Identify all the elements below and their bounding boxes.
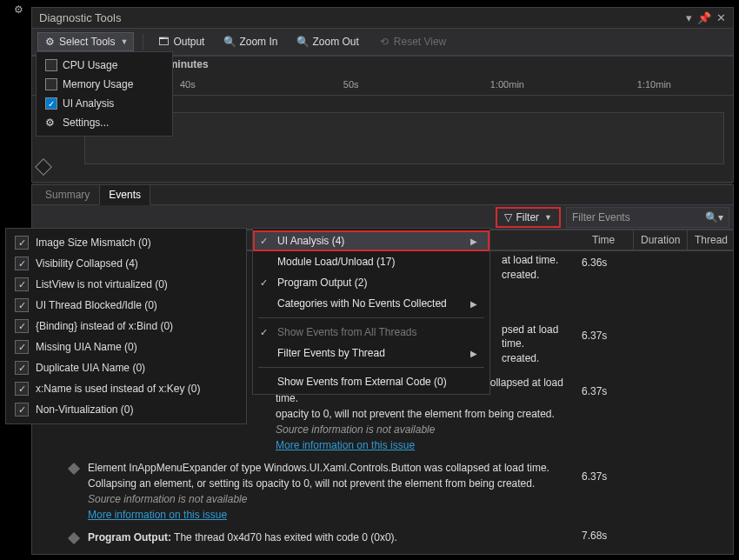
reset-view-button[interactable]: ⟲ Reset View <box>373 33 451 50</box>
diagnostic-tools-panel: Diagnostic Tools ▾ 📌 ✕ ⚙ Select Tools ▼ … <box>31 7 734 183</box>
filter-item-label: Show Events from All Threads <box>277 326 417 338</box>
dd-memory-usage[interactable]: Memory Usage <box>37 75 172 94</box>
more-info-link[interactable]: More information on this issue <box>88 509 227 521</box>
filter-events-input[interactable]: Filter Events 🔍▾ <box>566 207 729 228</box>
event-time: 6.37s <box>582 371 630 397</box>
filter-program-output[interactable]: ✓ Program Output (2) <box>253 272 489 293</box>
timeline-tick: 1:00min <box>490 79 524 90</box>
event-text: Program Output: The thread 0x6eb8 has ex… <box>88 549 582 555</box>
event-text: created. <box>502 352 539 364</box>
source-info: Source information is not available <box>88 493 247 505</box>
dd-ui-analysis[interactable]: ✓ UI Analysis <box>37 94 172 113</box>
submenu-label: Image Size Mismatch (0) <box>36 237 151 249</box>
diamond-icon <box>67 554 81 555</box>
dd-settings[interactable]: ⚙ Settings... <box>37 113 172 132</box>
tab-events[interactable]: Events <box>99 184 150 205</box>
check-icon: ✓ <box>260 327 268 338</box>
zoom-in-label: Zoom In <box>239 36 277 48</box>
checkbox-checked[interactable]: ✓ <box>15 403 29 417</box>
source-info: Source information is not available <box>276 423 435 436</box>
checkbox-checked[interactable]: ✓ <box>15 257 29 270</box>
event-row[interactable]: Program Output: The thread 0x4d70 has ex… <box>32 526 733 549</box>
timeline-tick: 1:10min <box>637 79 671 90</box>
submenu-missing-uia-name[interactable]: ✓Missing UIA Name (0) <box>6 337 246 357</box>
submenu-label: Duplicate UIA Name (0) <box>36 362 145 374</box>
submenu-label: {Binding} instead of x:Bind (0) <box>36 320 173 332</box>
checkbox-checked[interactable]: ✓ <box>15 382 29 396</box>
output-icon: 🗔 <box>157 36 170 48</box>
submenu-binding-instead-xbind[interactable]: ✓{Binding} instead of x:Bind (0) <box>6 316 246 337</box>
search-icon[interactable]: 🔍▾ <box>705 211 723 223</box>
window-menu-icon[interactable]: ▾ <box>686 11 692 24</box>
event-row[interactable]: Element InAppMenuExpander of type Window… <box>32 457 733 526</box>
filter-label: Filter <box>516 211 539 223</box>
checkbox[interactable] <box>45 59 57 71</box>
submenu-label: Non-Virtualization (0) <box>36 403 134 416</box>
event-text: Program Output: The thread 0x4d70 has ex… <box>88 526 582 549</box>
submenu-xname-instead-xkey[interactable]: ✓x:Name is used instead of x:Key (0) <box>6 378 246 399</box>
submenu-duplicate-uia-name[interactable]: ✓Duplicate UIA Name (0) <box>6 357 246 378</box>
filter-item-label: Module Load/Unload (17) <box>277 256 395 268</box>
checkbox-checked[interactable]: ✓ <box>15 236 29 250</box>
zoom-out-icon: 🔍 <box>296 36 309 48</box>
submenu-label: x:Name is used instead of x:Key (0) <box>36 383 200 395</box>
ui-analysis-submenu: ✓Image Size Mismatch (0) ✓Visibility Col… <box>5 228 247 424</box>
chevron-right-icon: ▶ <box>470 299 477 309</box>
output-label: Output <box>173 36 204 48</box>
panel-window-buttons: ▾ 📌 ✕ <box>686 11 726 24</box>
gear-icon[interactable]: ⚙ <box>14 3 23 16</box>
filter-dropdown-menu: ✓ UI Analysis (4) ▶ Module Load/Unload (… <box>252 228 490 395</box>
event-text: Element InAppMenuExpander of type Window… <box>88 457 582 526</box>
output-button[interactable]: 🗔 Output <box>152 33 210 50</box>
filter-module-load[interactable]: Module Load/Unload (17) <box>253 251 489 272</box>
filter-all-threads: ✓ Show Events from All Threads <box>253 322 489 343</box>
col-time[interactable]: Time <box>585 230 634 250</box>
checkbox-checked[interactable]: ✓ <box>15 298 29 312</box>
filter-external-code[interactable]: Show Events from External Code (0) <box>253 371 489 392</box>
filter-button[interactable]: ▽ Filter ▼ <box>496 207 561 228</box>
dd-label: Memory Usage <box>63 78 133 90</box>
check-icon: ✓ <box>260 277 268 289</box>
submenu-visibility-collapsed[interactable]: ✓Visibility Collapsed (4) <box>6 253 246 274</box>
diagnostic-track[interactable] <box>84 112 724 164</box>
timeline-tick: 50s <box>343 79 359 90</box>
filter-item-label: UI Analysis (4) <box>277 235 344 247</box>
dd-cpu-usage[interactable]: CPU Usage <box>37 56 172 75</box>
chevron-down-icon: ▼ <box>544 213 552 222</box>
filter-by-thread[interactable]: Filter Events by Thread ▶ <box>253 343 489 363</box>
dd-label: CPU Usage <box>63 59 117 71</box>
filter-icon: ▽ <box>504 211 512 223</box>
submenu-label: UI Thread Blocked/Idle (0) <box>36 299 157 311</box>
filter-item-label: Categories with No Events Collected <box>277 297 447 310</box>
diamond-icon <box>67 531 81 545</box>
submenu-ui-thread-blocked[interactable]: ✓UI Thread Blocked/Idle (0) <box>6 295 246 316</box>
filter-categories-empty[interactable]: Categories with No Events Collected ▶ <box>253 293 489 314</box>
col-thread[interactable]: Thread <box>688 230 733 250</box>
checkbox-checked[interactable]: ✓ <box>15 361 29 375</box>
dd-label: UI Analysis <box>63 97 114 110</box>
filter-ui-analysis[interactable]: ✓ UI Analysis (4) ▶ <box>253 230 489 251</box>
select-tools-button[interactable]: ⚙ Select Tools ▼ <box>37 32 134 51</box>
tab-summary[interactable]: Summary <box>36 184 99 205</box>
event-row[interactable]: Program Output: The thread 0x6eb8 has ex… <box>32 549 733 555</box>
checkbox-checked[interactable]: ✓ <box>45 97 57 110</box>
more-info-link[interactable]: More information on this issue <box>276 439 415 451</box>
col-duration[interactable]: Duration <box>634 230 688 250</box>
close-icon[interactable]: ✕ <box>716 11 726 24</box>
submenu-image-size-mismatch[interactable]: ✓Image Size Mismatch (0) <box>6 232 246 253</box>
event-text: created. <box>502 269 539 281</box>
zoom-in-button[interactable]: 🔍 Zoom In <box>218 33 283 50</box>
zoom-out-button[interactable]: 🔍 Zoom Out <box>291 33 363 50</box>
timeline-tick: 40s <box>180 79 196 90</box>
checkbox[interactable] <box>45 78 57 90</box>
event-time: 6.37s <box>582 283 630 366</box>
submenu-non-virtualization[interactable]: ✓Non-Virtualization (0) <box>6 399 246 420</box>
submenu-label: ListView is not virtualized (0) <box>36 278 168 290</box>
separator <box>143 34 143 50</box>
submenu-listview-not-virtualized[interactable]: ✓ListView is not virtualized (0) <box>6 274 246 295</box>
checkbox-checked[interactable]: ✓ <box>15 277 29 291</box>
checkbox-checked[interactable]: ✓ <box>15 319 29 333</box>
checkbox-checked[interactable]: ✓ <box>15 340 29 354</box>
pin-icon[interactable]: 📌 <box>697 11 711 24</box>
submenu-label: Visibility Collapsed (4) <box>36 257 138 270</box>
